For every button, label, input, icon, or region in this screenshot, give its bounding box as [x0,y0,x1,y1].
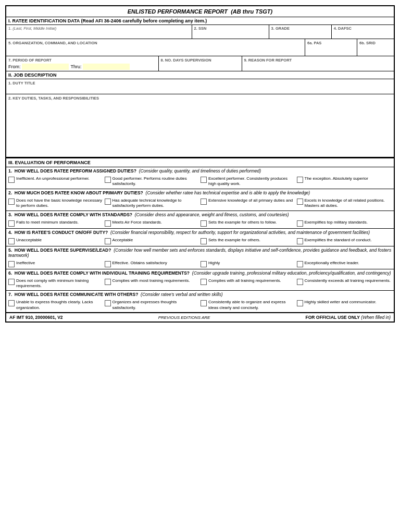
ssn-label: 2. SSN [194,26,267,31]
q7-checkbox-2[interactable] [105,300,111,306]
q3-option-4: Exemplifies top military standards. [297,220,392,227]
section2-header: II. JOB DESCRIPTION [6,71,394,79]
q5-checkbox-1[interactable] [8,261,15,267]
nodays-label: 8. NO. DAYS SUPERVISION [161,58,211,63]
q6-checkbox-3[interactable] [201,279,207,285]
q7-label-4: Highly skilled writer and communicator. [305,300,377,305]
grade-label: 3. GRADE [271,26,329,31]
q4-option-1: Unacceptable [8,238,104,244]
question-6-options: Does not comply with minimum training re… [6,277,394,291]
duties-label: 2. KEY DUTIES, TASKS, AND RESPONSIBILITI… [8,96,99,101]
form-footer: AF IMT 910, 20000601, V2 PREVIOUS EDITIO… [6,313,394,321]
thru-field[interactable] [83,64,130,70]
q1-label-4: The exception. Absolutely superior [305,176,368,181]
q6-checkbox-4[interactable] [297,279,303,285]
name-cell: 1. (Last, First, Middle Initial) [6,25,192,39]
q5-checkbox-3[interactable] [201,261,207,267]
identification-row: 1. (Last, First, Middle Initial) 2. SSN … [6,25,394,39]
q3-checkbox-2[interactable] [105,220,111,227]
org-cell: 5. ORGANIZATION, COMMAND, AND LOCATION [6,39,305,56]
name-label: 1. (Last, First, Middle Initial) [8,26,190,31]
question-2-header: 2. HOW MUCH DOES RATEE KNOW ABOUT PRIMAR… [6,189,394,196]
q2-checkbox-1[interactable] [8,199,15,205]
q2-option-4: Excels in knowledge of all related posit… [297,198,392,209]
q1-checkbox-1[interactable] [8,177,15,183]
pas-cell: 6a. PAS [305,39,357,56]
question-5-options: Ineffective Effective. Obtains satisfact… [6,259,394,269]
ssn-value [194,31,267,38]
grade-cell: 3. GRADE [269,25,332,39]
question-4-header: 4. HOW IS RATEE'S CONDUCT ON/OFF DUTY? (… [6,229,394,236]
section3: III. EVALUATION OF PERFORMANCE 1. HOW WE… [6,157,394,313]
dafsc-value [334,31,392,38]
q5-option-1: Ineffective [8,261,104,267]
q2-label-4: Excels in knowledge of all related posit… [305,198,392,209]
q5-label-1: Ineffective [16,261,35,266]
q4-checkbox-3[interactable] [201,238,207,244]
q6-option-2: Complies with most training requirements… [105,278,200,289]
question-2-block: 2. HOW MUCH DOES RATEE KNOW ABOUT PRIMAR… [6,189,394,211]
q3-label-3: Sets the example for others to follow. [208,220,277,225]
duty-title-row: 1. DUTY TITLE [6,79,394,94]
q1-checkbox-4[interactable] [297,177,303,183]
q4-checkbox-4[interactable] [297,238,303,244]
q3-checkbox-4[interactable] [297,220,303,227]
q7-checkbox-4[interactable] [297,300,303,306]
q3-label-2: Meets Air Force standards. [113,220,162,225]
q7-label-2: Organizes and expresses thoughts satisfa… [113,300,200,311]
q5-checkbox-2[interactable] [105,261,111,267]
q6-checkbox-1[interactable] [8,279,15,285]
q1-option-3: Excellent performer. Consistently produc… [201,176,296,187]
period-row: 7. PERIOD OF REPORT From: Thru: 8. NO. D… [6,56,394,71]
srid-label: 6b. SRID [359,41,376,45]
q3-option-2: Meets Air Force standards. [105,220,200,227]
from-field[interactable] [22,64,69,70]
q4-label-3: Sets the example for others. [208,238,260,243]
q3-option-1: Fails to meet minimum standards. [8,220,104,227]
org-row: 5. ORGANIZATION, COMMAND, AND LOCATION 6… [6,39,394,56]
q2-checkbox-3[interactable] [201,199,207,205]
q7-checkbox-3[interactable] [201,300,207,306]
q2-checkbox-2[interactable] [105,199,111,205]
thru-label: Thru: [71,64,130,70]
org-label: 5. ORGANIZATION, COMMAND, AND LOCATION [8,41,97,45]
section1-header: I. RATEE IDENTIFICATION DATA (Read AFI 3… [6,17,394,25]
period-cell: 7. PERIOD OF REPORT From: Thru: [6,56,159,71]
q2-checkbox-4[interactable] [297,199,303,205]
subtitle-text: (AB thru TSGT) [231,8,272,15]
title-text: ENLISTED PERFORMANCE REPORT [128,8,228,15]
q1-option-4: The exception. Absolutely superior [297,176,392,187]
q3-option-3: Sets the example for others to follow. [201,220,296,227]
question-3-options: Fails to meet minimum standards. Meets A… [6,218,394,228]
question-2-options: Does not have the basic knowledge necess… [6,196,394,211]
q6-label-2: Complies with most training requirements… [113,278,190,283]
q1-option-1: Inefficient. An unprofessional performer… [8,176,104,187]
nodays-cell: 8. NO. DAYS SUPERVISION [159,56,242,71]
from-label: From: [8,64,69,70]
q1-checkbox-2[interactable] [105,177,111,183]
q7-option-3: Consistently able to organize and expres… [201,300,296,311]
question-1-header: 1. HOW WELL DOES RATEE PERFORM ASSIGNED … [6,167,394,175]
period-label: 7. PERIOD OF REPORT [8,58,52,63]
q2-label-2: Has adequate technical knowledge to sati… [113,198,200,209]
form-title: ENLISTED PERFORMANCE REPORT (AB thru TSG… [6,6,394,17]
q3-checkbox-3[interactable] [201,220,207,227]
q6-checkbox-2[interactable] [105,279,111,285]
q5-option-4: Exceptionally effective leader. [297,261,392,267]
q4-checkbox-2[interactable] [105,238,111,244]
q7-label-1: Unable to express thoughts clearly. Lack… [16,300,104,311]
q1-option-2: Good performer. Performs routine duties … [105,176,200,187]
q7-option-1: Unable to express thoughts clearly. Lack… [8,300,104,311]
question-1-options: Inefficient. An unprofessional performer… [6,175,394,189]
q3-checkbox-1[interactable] [8,220,15,227]
grade-value [271,31,329,38]
q5-checkbox-4[interactable] [297,261,303,267]
q7-checkbox-1[interactable] [8,300,15,306]
q6-option-3: Complies with all training requirements. [201,278,296,289]
q4-checkbox-1[interactable] [8,238,15,244]
form-page: ENLISTED PERFORMANCE REPORT (AB thru TSG… [5,5,395,323]
q4-label-4: Exemplifies the standard of conduct. [305,238,372,243]
q1-label-2: Good performer. Performs routine duties … [113,176,200,187]
q7-option-4: Highly skilled writer and communicator. [297,300,392,311]
q1-checkbox-3[interactable] [201,177,207,183]
